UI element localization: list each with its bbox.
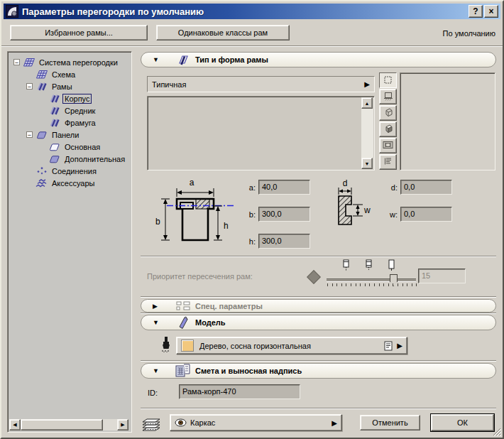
w-field[interactable]: 0,0 [400,207,452,222]
tree-item-label: Средник [62,106,97,116]
layers-icon [141,415,164,433]
scroll-left-button[interactable]: ◀ [9,419,21,430]
profile-diagram: a b h [147,178,239,254]
separator [141,360,496,362]
tree-horizontal-scrollbar[interactable]: ◀ ▶ [9,419,128,430]
frames-icon [48,106,61,115]
tree-item-соединения[interactable]: Соединения [11,165,130,177]
frames-icon [48,118,61,127]
tree-item-схема[interactable]: Схема [11,68,130,80]
tree-item-label: Панели [50,130,81,140]
tree-item-label: Корпус [62,94,92,104]
resize-grip[interactable] [492,427,501,436]
d-label: d: [383,183,398,192]
svg-text:w: w [363,205,371,215]
frame-type-dropdown[interactable]: Типичная ▶ [147,76,375,92]
tree-item-рамы[interactable]: −Рамы [11,80,130,92]
axonometry-icon [383,107,393,119]
help-button[interactable]: ? [469,5,483,18]
svg-text:b: b [155,217,160,227]
section-title: Смета и выносная надпись [195,367,302,375]
tree-expander-icon[interactable]: − [13,59,20,65]
frame-type-value: Типичная [152,80,186,89]
id-field[interactable]: Рама-корп-470 [179,384,300,399]
tree-item-аксессуары[interactable]: Аксессуары [11,177,130,189]
svg-text:a: a [190,178,195,188]
notes-button[interactable] [379,154,397,170]
material-swatch [181,340,194,352]
plan-view-icon [383,75,393,86]
preview-button[interactable] [379,138,397,153]
scroll-thumb[interactable] [21,419,103,430]
layer-value: Каркас [190,418,215,427]
tree-item-label: Соединения [50,166,99,176]
d-field[interactable]: 0,0 [400,180,452,195]
expand-icon: ▶ [153,303,171,310]
w-label: w: [383,210,398,219]
scroll-track [103,419,117,430]
intersection-diamond-icon [307,270,321,284]
tree-item-label: Дополнительная [62,154,127,164]
panel-outline-icon [48,143,61,151]
axonometry-button[interactable] [379,105,397,121]
material-dropdown[interactable]: Дерево, сосна горизонтальная ▶ [176,337,407,354]
section-special-params-header[interactable]: ▶ Спец. параметры [141,299,496,313]
grid-icon [22,58,35,67]
tree-item-панели[interactable]: −Панели [11,129,130,141]
scroll-right-button[interactable]: ▶ [117,419,128,430]
tree-item-основная[interactable]: Основная [11,141,130,153]
separator [141,296,496,298]
tree-item-label: Рамы [50,82,75,92]
frames-icon [35,82,48,91]
titlebar: Параметры перегородки по умолчанию ? × [4,4,500,19]
joints-icon [35,166,48,175]
priority-slider[interactable] [327,278,416,282]
favorites-button[interactable]: Избранное рамы... [10,25,148,40]
tree-expander-icon[interactable]: − [26,131,33,138]
elevation-view-icon [383,92,393,102]
a-label: a: [243,183,256,192]
elevation-view-button[interactable] [379,89,397,104]
section-type-form-header[interactable]: ▼ Тип и форма рамы [141,52,496,67]
priority-label: Приоритет пересечения рам: [147,272,253,281]
scroll-up-button[interactable]: ▲ [361,97,373,109]
close-button[interactable]: × [484,5,498,18]
id-label: ID: [148,389,158,397]
preview-area [400,72,495,170]
same-classes-button[interactable]: Одинаковые классы рам [156,25,290,40]
frame-joint-icon-3 [388,259,395,273]
structure-tree: −Система перегородкиСхема−РамыКорпусСред… [11,56,130,189]
material-value: Дерево, сосна горизонтальная [199,342,311,350]
frame-type-listbox[interactable]: ▲ ▼ [147,96,375,170]
tree-item-корпус[interactable]: Корпус [11,92,130,104]
frame-type-icon [171,53,195,66]
panel-icon [48,155,61,163]
h-field[interactable]: 300,0 [258,234,310,249]
tree-expander-icon[interactable]: − [26,83,33,90]
toolbar-separator [1,45,504,47]
plan-view-button[interactable] [379,72,397,88]
structure-tree-panel: −Система перегородкиСхема−РамыКорпусСред… [7,51,132,433]
tree-item-средник[interactable]: Средник [11,104,130,116]
layer-dropdown[interactable]: Каркас ▶ [170,414,342,431]
tree-item-фрамуга[interactable]: Фрамуга [11,116,130,129]
cancel-button[interactable]: Отменить [360,415,420,430]
section-estimate-header[interactable]: ▼ Смета и выносная надпись [141,363,496,379]
separator [141,256,496,257]
frames-icon [48,94,61,103]
a-field[interactable]: 40,0 [258,180,310,195]
b-field[interactable]: 300,0 [258,207,310,222]
default-mode-label: По умолчанию [443,29,495,38]
svg-text:h: h [224,221,229,231]
tree-item-система перегородки[interactable]: −Система перегородки [11,56,130,68]
section-model-header[interactable]: ▼ Модель [141,315,496,330]
chevron-right-icon: ▶ [397,342,402,349]
grid-icon [35,70,48,79]
3d-view-button[interactable] [379,121,397,137]
scroll-down-button[interactable]: ▼ [361,158,373,169]
frame-joint-icon-2 [366,259,373,273]
ok-button[interactable]: ОК [431,414,494,431]
listbox-scrollbar[interactable]: ▲ ▼ [361,97,373,169]
chevron-right-icon: ▶ [332,419,337,427]
tree-item-дополнительная[interactable]: Дополнительная [11,153,130,165]
